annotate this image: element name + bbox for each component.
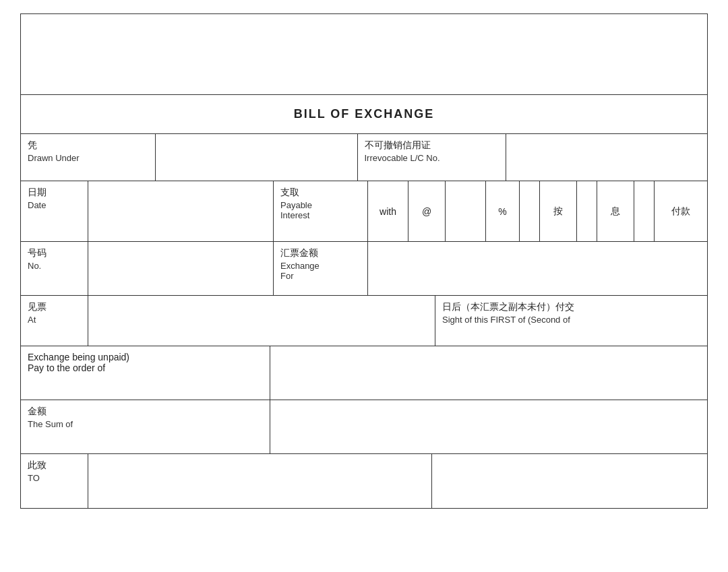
date-value[interactable] bbox=[88, 181, 274, 241]
sight-value[interactable] bbox=[88, 296, 435, 346]
pay-order-value[interactable] bbox=[270, 346, 707, 400]
with-label: with bbox=[368, 181, 408, 241]
form-title: BILL OF EXCHANGE bbox=[21, 95, 707, 134]
payable-en2: Interest bbox=[280, 210, 361, 220]
no-row: 号码 No. 汇票金额 Exchange For bbox=[21, 242, 707, 296]
rate-value[interactable] bbox=[446, 181, 486, 241]
first-of-cell: 日后（本汇票之副本未付）付交 Sight of this FIRST of (S… bbox=[435, 296, 707, 346]
sight-label: 见票 At bbox=[21, 296, 88, 346]
payable-label: 支取 Payable Interest bbox=[274, 181, 368, 241]
payable-en1: Payable bbox=[280, 200, 361, 210]
fukuan-label: 付款 bbox=[655, 181, 707, 241]
to-en: TO bbox=[28, 473, 81, 483]
with-text: with bbox=[380, 206, 396, 217]
payable-cn: 支取 bbox=[280, 187, 361, 199]
exchange-for-en2: For bbox=[280, 271, 361, 281]
an-label: 按 bbox=[540, 181, 577, 241]
pay-order-row: Exchange being unpaid) Pay to the order … bbox=[21, 346, 707, 400]
first-of-en: Sight of this FIRST of (Second of bbox=[442, 315, 700, 325]
lc-value[interactable] bbox=[506, 134, 708, 181]
spacer-cell3 bbox=[634, 181, 655, 241]
lc-en: Irrevocable L/C No. bbox=[365, 153, 499, 163]
pay-order-text: Exchange being unpaid) Pay to the order … bbox=[28, 352, 263, 373]
an-text: 按 bbox=[553, 205, 563, 218]
date-row: 日期 Date 支取 Payable Interest with @ % bbox=[21, 181, 707, 242]
sum-row: 金额 The Sum of bbox=[21, 400, 707, 454]
first-of-cn: 日后（本汇票之副本未付）付交 bbox=[442, 301, 700, 313]
spacer-cell bbox=[520, 181, 540, 241]
exchange-amount-value[interactable] bbox=[368, 242, 707, 295]
exchange-for-en1: Exchange bbox=[280, 261, 361, 271]
drawn-under-cn: 凭 bbox=[28, 139, 148, 152]
exchange-for-label: 汇票金额 Exchange For bbox=[274, 242, 368, 295]
lc-cn: 不可撤销信用证 bbox=[365, 139, 499, 152]
bill-of-exchange-form: BILL OF EXCHANGE 凭 Drawn Under 不可撤销信用证 I… bbox=[20, 13, 708, 509]
title-text: BILL OF EXCHANGE bbox=[294, 107, 435, 121]
drawn-under-en: Drawn Under bbox=[28, 153, 148, 163]
page-wrapper: BILL OF EXCHANGE 凭 Drawn Under 不可撤销信用证 I… bbox=[0, 0, 728, 572]
sum-en: The Sum of bbox=[28, 419, 263, 429]
date-label: 日期 Date bbox=[21, 181, 88, 241]
percent-text: % bbox=[498, 206, 506, 217]
lc-label: 不可撤销信用证 Irrevocable L/C No. bbox=[358, 134, 506, 181]
drawn-under-row: 凭 Drawn Under 不可撤销信用证 Irrevocable L/C No… bbox=[21, 134, 707, 181]
sum-value[interactable] bbox=[270, 400, 707, 453]
to-cn: 此致 bbox=[28, 459, 81, 472]
drawn-under-label: 凭 Drawn Under bbox=[21, 134, 156, 181]
sight-en: At bbox=[28, 315, 81, 325]
sum-label: 金额 The Sum of bbox=[21, 400, 270, 453]
sum-cn: 金额 bbox=[28, 406, 263, 418]
date-cn: 日期 bbox=[28, 187, 81, 199]
to-row: 此致 TO bbox=[21, 454, 707, 508]
xi-label: 息 bbox=[597, 181, 634, 241]
no-value[interactable] bbox=[88, 242, 274, 295]
no-en: No. bbox=[28, 261, 81, 271]
at-label: @ bbox=[408, 181, 446, 241]
at-text: @ bbox=[422, 206, 431, 217]
drawn-under-value[interactable] bbox=[156, 134, 358, 181]
percent-label: % bbox=[486, 181, 520, 241]
spacer-cell2 bbox=[577, 181, 597, 241]
sight-row: 见票 At 日后（本汇票之副本未付）付交 Sight of this FIRST… bbox=[21, 296, 707, 346]
fukuan-text: 付款 bbox=[671, 205, 690, 218]
date-en: Date bbox=[28, 200, 81, 210]
no-label: 号码 No. bbox=[21, 242, 88, 295]
top-blank-area bbox=[21, 14, 707, 95]
to-value2[interactable] bbox=[432, 454, 707, 508]
xi-text: 息 bbox=[611, 205, 620, 218]
to-value1[interactable] bbox=[88, 454, 432, 508]
sight-cn: 见票 bbox=[28, 301, 81, 313]
to-label: 此致 TO bbox=[21, 454, 88, 508]
no-cn: 号码 bbox=[28, 247, 81, 259]
exchange-for-cn: 汇票金额 bbox=[280, 247, 361, 259]
pay-order-label: Exchange being unpaid) Pay to the order … bbox=[21, 346, 270, 400]
